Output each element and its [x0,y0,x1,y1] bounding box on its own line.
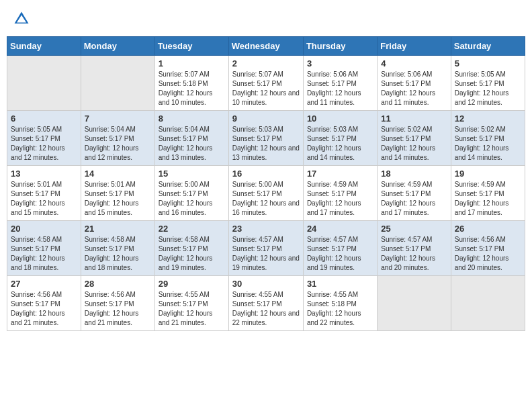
calendar-header: SundayMondayTuesdayWednesdayThursdayFrid… [7,37,525,56]
day-info: Sunrise: 5:00 AM Sunset: 5:17 PM Dayligh… [159,180,225,218]
calendar-cell [378,276,451,331]
day-info: Sunrise: 5:06 AM Sunset: 5:17 PM Dayligh… [381,70,447,107]
calendar-cell: 26Sunrise: 4:56 AM Sunset: 5:17 PM Dayli… [451,221,525,276]
day-info: Sunrise: 4:57 AM Sunset: 5:17 PM Dayligh… [307,235,373,273]
day-number: 25 [381,224,447,234]
calendar-cell: 12Sunrise: 5:02 AM Sunset: 5:17 PM Dayli… [451,111,525,166]
calendar-cell: 10Sunrise: 5:03 AM Sunset: 5:17 PM Dayli… [303,111,377,166]
calendar-cell [81,56,154,111]
day-number: 14 [85,169,151,179]
day-number: 16 [232,169,300,179]
day-header-thursday: Thursday [303,37,377,56]
day-number: 13 [11,169,77,179]
calendar-cell: 18Sunrise: 4:59 AM Sunset: 5:17 PM Dayli… [378,166,451,221]
day-header-friday: Friday [378,37,451,56]
page-header [7,7,525,31]
day-number: 23 [232,224,300,234]
day-number: 7 [85,113,151,124]
calendar-cell: 24Sunrise: 4:57 AM Sunset: 5:17 PM Dayli… [303,221,377,276]
day-info: Sunrise: 5:07 AM Sunset: 5:18 PM Dayligh… [159,70,225,107]
day-number: 24 [307,224,373,234]
day-number: 31 [307,279,373,289]
calendar-cell: 3Sunrise: 5:06 AM Sunset: 5:17 PM Daylig… [303,56,377,111]
calendar-cell: 27Sunrise: 4:56 AM Sunset: 5:17 PM Dayli… [7,276,81,331]
day-info: Sunrise: 5:03 AM Sunset: 5:17 PM Dayligh… [232,125,300,163]
calendar-cell: 15Sunrise: 5:00 AM Sunset: 5:17 PM Dayli… [154,166,228,221]
day-info: Sunrise: 5:05 AM Sunset: 5:17 PM Dayligh… [11,125,77,163]
day-info: Sunrise: 5:04 AM Sunset: 5:17 PM Dayligh… [85,125,151,163]
day-number: 19 [455,169,521,179]
day-number: 12 [455,113,521,124]
day-info: Sunrise: 5:02 AM Sunset: 5:17 PM Dayligh… [381,125,447,163]
day-number: 5 [455,58,521,68]
day-info: Sunrise: 5:01 AM Sunset: 5:17 PM Dayligh… [11,180,77,218]
day-info: Sunrise: 5:05 AM Sunset: 5:17 PM Dayligh… [455,70,521,107]
day-number: 4 [381,58,447,68]
day-headers-row: SundayMondayTuesdayWednesdayThursdayFrid… [7,37,525,56]
day-info: Sunrise: 4:58 AM Sunset: 5:17 PM Dayligh… [159,235,225,273]
calendar-week-2: 6Sunrise: 5:05 AM Sunset: 5:17 PM Daylig… [7,111,525,166]
calendar-cell: 11Sunrise: 5:02 AM Sunset: 5:17 PM Dayli… [378,111,451,166]
calendar-cell: 23Sunrise: 4:57 AM Sunset: 5:17 PM Dayli… [228,221,303,276]
day-header-sunday: Sunday [7,37,81,56]
day-number: 30 [232,279,300,289]
day-info: Sunrise: 5:03 AM Sunset: 5:17 PM Dayligh… [307,125,373,163]
calendar-cell [7,56,81,111]
calendar-cell: 20Sunrise: 4:58 AM Sunset: 5:17 PM Dayli… [7,221,81,276]
calendar-cell: 13Sunrise: 5:01 AM Sunset: 5:17 PM Dayli… [7,166,81,221]
day-info: Sunrise: 4:58 AM Sunset: 5:17 PM Dayligh… [85,235,151,273]
day-number: 22 [159,224,225,234]
calendar-cell: 22Sunrise: 4:58 AM Sunset: 5:17 PM Dayli… [154,221,228,276]
calendar-cell: 6Sunrise: 5:05 AM Sunset: 5:17 PM Daylig… [7,111,81,166]
day-info: Sunrise: 4:56 AM Sunset: 5:17 PM Dayligh… [85,290,151,328]
day-info: Sunrise: 5:00 AM Sunset: 5:17 PM Dayligh… [232,180,300,218]
day-number: 21 [85,224,151,234]
day-header-tuesday: Tuesday [154,37,228,56]
calendar-week-5: 27Sunrise: 4:56 AM Sunset: 5:17 PM Dayli… [7,276,525,331]
day-info: Sunrise: 4:57 AM Sunset: 5:17 PM Dayligh… [232,235,300,273]
day-header-monday: Monday [81,37,154,56]
day-info: Sunrise: 4:58 AM Sunset: 5:17 PM Dayligh… [11,235,77,273]
calendar-cell: 8Sunrise: 5:04 AM Sunset: 5:17 PM Daylig… [154,111,228,166]
day-info: Sunrise: 4:59 AM Sunset: 5:17 PM Dayligh… [381,180,447,218]
day-number: 15 [159,169,225,179]
day-number: 1 [159,58,225,68]
calendar-cell: 2Sunrise: 5:07 AM Sunset: 5:17 PM Daylig… [228,56,303,111]
day-number: 29 [159,279,225,289]
day-header-saturday: Saturday [451,37,525,56]
day-info: Sunrise: 5:02 AM Sunset: 5:17 PM Dayligh… [455,125,521,163]
calendar-cell: 25Sunrise: 4:57 AM Sunset: 5:17 PM Dayli… [378,221,451,276]
day-number: 6 [11,113,77,124]
calendar-cell: 4Sunrise: 5:06 AM Sunset: 5:17 PM Daylig… [378,56,451,111]
calendar-cell: 9Sunrise: 5:03 AM Sunset: 5:17 PM Daylig… [228,111,303,166]
calendar-cell: 29Sunrise: 4:55 AM Sunset: 5:17 PM Dayli… [154,276,228,331]
calendar-cell: 14Sunrise: 5:01 AM Sunset: 5:17 PM Dayli… [81,166,154,221]
day-number: 26 [455,224,521,234]
calendar-cell: 28Sunrise: 4:56 AM Sunset: 5:17 PM Dayli… [81,276,154,331]
calendar-body: 1Sunrise: 5:07 AM Sunset: 5:18 PM Daylig… [7,56,525,331]
day-info: Sunrise: 4:59 AM Sunset: 5:17 PM Dayligh… [455,180,521,218]
day-number: 18 [381,169,447,179]
calendar-cell: 30Sunrise: 4:55 AM Sunset: 5:17 PM Dayli… [228,276,303,331]
calendar-cell: 19Sunrise: 4:59 AM Sunset: 5:17 PM Dayli… [451,166,525,221]
calendar-cell: 17Sunrise: 4:59 AM Sunset: 5:17 PM Dayli… [303,166,377,221]
day-number: 28 [85,279,151,289]
day-number: 11 [381,113,447,124]
calendar-week-4: 20Sunrise: 4:58 AM Sunset: 5:17 PM Dayli… [7,221,525,276]
logo-icon [12,9,31,28]
day-info: Sunrise: 5:01 AM Sunset: 5:17 PM Dayligh… [85,180,151,218]
day-info: Sunrise: 4:57 AM Sunset: 5:17 PM Dayligh… [381,235,447,273]
day-number: 27 [11,279,77,289]
day-info: Sunrise: 4:56 AM Sunset: 5:17 PM Dayligh… [455,235,521,273]
calendar-cell: 21Sunrise: 4:58 AM Sunset: 5:17 PM Dayli… [81,221,154,276]
day-info: Sunrise: 4:59 AM Sunset: 5:17 PM Dayligh… [307,180,373,218]
day-info: Sunrise: 4:55 AM Sunset: 5:17 PM Dayligh… [232,290,300,328]
day-number: 8 [159,113,225,124]
day-number: 10 [307,113,373,124]
calendar-cell: 5Sunrise: 5:05 AM Sunset: 5:17 PM Daylig… [451,56,525,111]
calendar-cell: 31Sunrise: 4:55 AM Sunset: 5:18 PM Dayli… [303,276,377,331]
day-number: 17 [307,169,373,179]
calendar-week-1: 1Sunrise: 5:07 AM Sunset: 5:18 PM Daylig… [7,56,525,111]
day-number: 9 [232,113,300,124]
logo [12,9,34,28]
